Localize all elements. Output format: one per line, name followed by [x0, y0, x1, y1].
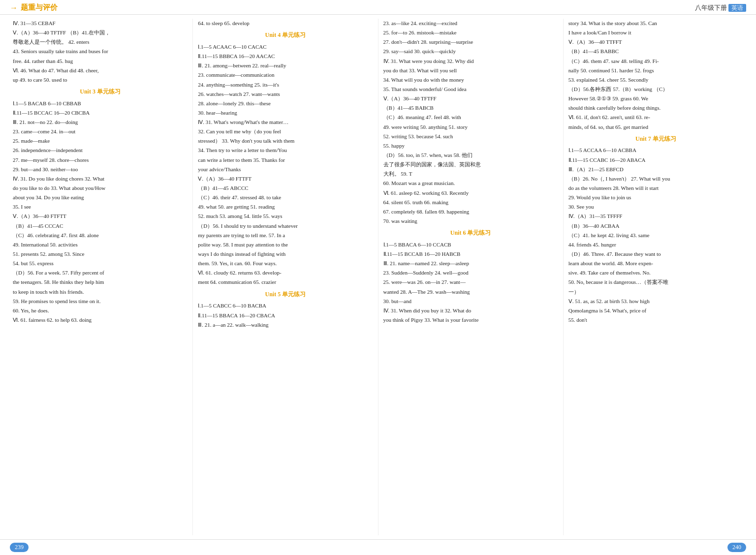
page-number-left: 239 [10, 543, 29, 552]
text-line: do you like to do 33. What about you/How [13, 184, 188, 192]
text-line: 去了很多不同的国家，像法国、英国和意 [383, 160, 558, 169]
text-line: Ⅴ.（A）36—40 TTFFT [568, 37, 743, 46]
text-line: Ⅴ.（A）36—40 TFTFF [383, 94, 558, 103]
text-line: 29. say—said 30. quick—quickly [383, 47, 558, 56]
text-line: 50. No, because it is dangerous…（答案不唯 [568, 278, 743, 286]
text-line: 35. I see [13, 202, 188, 211]
header-arrow-icon: → [10, 3, 18, 12]
text-line: 29. but—and 30. neither—too [13, 165, 188, 174]
subject-label: 英语 [728, 4, 746, 12]
header-title: 题重与评价 [21, 3, 58, 12]
text-line: （C）41. he kept 42. living 43. same [568, 231, 743, 240]
text-line: Ⅵ. 61. cloudy 62. returns 63. develop- [198, 268, 373, 277]
text-line: （B）41—45 BABBC [568, 47, 743, 56]
text-line: Ⅰ.1—5 BACAB 6—10 CBBAB [13, 99, 188, 108]
text-line: Ⅵ. 61. asleep 62. working 63. Recently [383, 188, 558, 197]
text-line: can write a letter to them 35. Thanks fo… [198, 155, 373, 164]
text-line: Ⅴ.（A）36—40 TFTFF （B）41.在中国， [13, 28, 188, 37]
text-line: However 58.②①③ 59. grass 60. We [568, 94, 743, 103]
text-line: Ⅱ.11—15 BBACA 16—20 CBACA [198, 311, 373, 320]
text-line: （D）46. Three. 47. Because they want to [568, 249, 743, 258]
text-line: sive. 49. Take care of themselves. No. [568, 268, 743, 277]
footer: 239 240 [0, 539, 756, 555]
text-line: 26. independence—independent [13, 146, 188, 154]
text-line: （C）46. celebrating 47. first 48. alone [13, 231, 188, 240]
text-line: Ⅳ. 31. Do you like doing chores 32. What [13, 174, 188, 183]
text-line: Ⅳ.（A）31—35 TFFFF [568, 212, 743, 220]
text-line: 23. Sudden—Suddenly 24. well—good [383, 268, 558, 277]
text-line: 54. but 55. express [13, 259, 188, 268]
text-line: 23. communicate—communication [198, 70, 373, 79]
text-line: 52. much 53. among 54. little 55. ways [198, 212, 373, 220]
header-left: → 题重与评价 [10, 3, 58, 12]
unit-title: Unit 3 单元练习 [13, 87, 188, 97]
column-3: 23. as—like 24. exciting—excited25. for—… [378, 19, 564, 535]
text-line: 25. were—was 26. on—in 27. want— [383, 278, 558, 286]
text-line: （C）46. their 47. stressed 48. to take [198, 193, 373, 202]
text-line: nally 50. continued 51. harder 52. frogs [568, 66, 743, 75]
text-line: 23. came—come 24. in—out [13, 127, 188, 136]
text-line: （B）36—40 ACBAA [568, 221, 743, 230]
text-line: should think carefully before doing thin… [568, 103, 743, 112]
text-line: Ⅲ. 21. a—an 22. walk—walking [198, 320, 373, 329]
text-line: Ⅳ. 31—35 CEBAF [13, 19, 188, 28]
column-4: story 34. What is the story about 35. Ca… [564, 19, 748, 535]
text-line: Ⅳ. 31. What's wrong/What's the matter… [198, 118, 373, 126]
text-line: Ⅵ. 61. fairness 62. to help 63. doing [13, 315, 188, 324]
text-line: Ⅱ.11—15 CCABC 16—20 ABACA [568, 155, 743, 164]
unit-title: Unit 5 单元练习 [198, 290, 373, 300]
unit-title: Unit 4 单元练习 [198, 31, 373, 40]
text-line: learn about the world. 48. More expen- [568, 259, 743, 268]
text-line: up 49. to care 50. used to [13, 75, 188, 84]
grade-label: 八年级下册 [695, 4, 727, 11]
text-line: you think of Pigsy 33. What is your favo… [383, 315, 558, 324]
text-line: wanted 28. A—The 29. wash—washing [383, 287, 558, 296]
column-2: 64. to sleep 65. developUnit 4 单元练习Ⅰ.1—5… [193, 19, 378, 535]
text-line: 25. for—to 26. mistook—mistake [383, 28, 558, 37]
text-line: 23. as—like 24. exciting—excited [383, 19, 558, 28]
text-line: Qomolangma is 54. What's, price of [568, 306, 743, 315]
text-line: do as the volunteers 28. When will it st… [568, 184, 743, 192]
text-line: Ⅱ.11—15 BCCAC 16—20 CBCBA [13, 108, 188, 117]
text-line: I have a look/Can I borrow it [568, 28, 743, 37]
text-line: Ⅵ. 61. if, don't 62. aren't, until 63. r… [568, 113, 743, 122]
text-line: them. 59. Yes, it can. 60. Four ways. [198, 259, 373, 268]
text-line: （B）41—45 CCCAC [13, 221, 188, 230]
text-line: （D）56.各种东西 57.（B）working （C） [568, 85, 743, 93]
text-line: 60. Yes, he does. [13, 306, 188, 315]
text-line: Ⅴ.（A）36—40 FTFTT [13, 212, 188, 220]
text-line: 一） [568, 287, 743, 296]
text-line: story 34. What is the story about 35. Ca… [568, 19, 743, 28]
text-line: the teenagers. 58. He thinks they help h… [13, 278, 188, 286]
text-line: Ⅱ.11—15 BBBCA 16—20 AACAC [198, 52, 373, 61]
text-line: （B）41—45 BABCB [383, 103, 558, 112]
text-line: 25. made—make [13, 136, 188, 145]
text-line: 44. friends 45. hunger [568, 240, 743, 249]
text-line: 26. watches—watch 27. want—wants [198, 90, 373, 98]
text-line: Ⅰ.1—5 ACCAA 6—10 ACBBA [568, 146, 743, 154]
text-line: 53. explained 54. cheer 55. Secondly [568, 75, 743, 84]
text-line: Ⅵ. 46. What do 47. What did 48. cheer, [13, 66, 188, 75]
text-line: 70. was waiting [383, 216, 558, 225]
text-line: Ⅲ. 21. not—no 22. do—doing [13, 118, 188, 126]
text-line: free. 44. rather than 45. hug [13, 57, 188, 65]
text-line: 28. alone—lonely 29. this—these [198, 99, 373, 108]
text-line: Ⅴ.（A）36—40 FTTFT [198, 174, 373, 183]
text-line: （C）46. them 47. saw 48. telling 49. Fi- [568, 57, 743, 65]
text-line: 67. completely 68. fallen 69. happening [383, 207, 558, 216]
text-line: （D）56. For a week. 57. Fifty percent of [13, 268, 188, 277]
text-line: 52. writing 53. because 54. such [383, 132, 558, 141]
text-line: Ⅲ. 21. among—between 22. real—really [198, 61, 373, 70]
text-line: Ⅳ. 31. When did you buy it 32. What do [383, 306, 558, 315]
text-line: 64. to sleep 65. develop [198, 19, 373, 28]
text-line: 29. Would you like to join us [568, 193, 743, 202]
page-number-right: 240 [727, 543, 746, 552]
header-right: 八年级下册 英语 [695, 3, 746, 12]
text-line: 27. me—myself 28. chore—chores [13, 155, 188, 164]
text-line: ways I do things instead of fighting wit… [198, 249, 373, 258]
text-line: （B）41—45 ABCCC [198, 184, 373, 192]
text-line: （C）46. meaning 47. feel 48. with [383, 113, 558, 122]
text-line: 51. presents 52. among 53. Since [13, 249, 188, 258]
text-line: to keep in touch with his friends. [13, 287, 188, 296]
text-line: Ⅱ.11—15 BCCAB 16—20 HABCB [383, 249, 558, 258]
